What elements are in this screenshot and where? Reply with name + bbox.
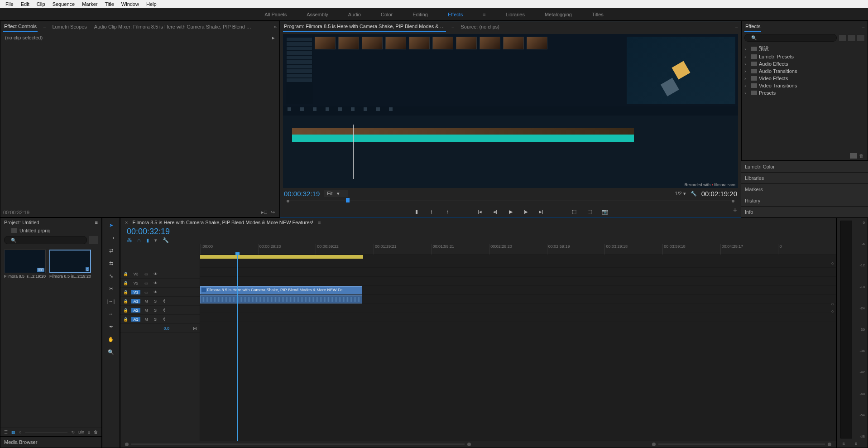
pen-tool[interactable]: ✒ (106, 322, 115, 331)
snap-icon[interactable]: ⁂ (127, 237, 132, 243)
tab-audio-clip-mixer[interactable]: Audio Clip Mixer: Filmora 8.5 is Here wi… (93, 22, 256, 31)
new-bin-icon[interactable] (850, 153, 857, 159)
timeline-tracks[interactable]: :00:0000:00:29:2300:00:59:22 00:01:29:21… (200, 244, 836, 441)
bin-item[interactable]: ▯ Filmora 8.5 is...2:19:20 (49, 250, 91, 279)
menu-marker[interactable]: Marker (78, 0, 101, 8)
ws-audio[interactable]: Audio (347, 10, 362, 19)
bin-item[interactable]: ▯▯▯ Filmora 8.5 is...2:19:20 (4, 250, 46, 279)
goto-out-button[interactable]: ▸| (538, 208, 545, 215)
ws-opts-icon[interactable]: ≡ (482, 10, 486, 19)
fx-video-transitions[interactable]: ›Video Transitions (743, 82, 866, 89)
program-scrubber[interactable] (285, 197, 736, 206)
fx-lumetri-presets[interactable]: ›Lumetri Presets (743, 53, 866, 60)
zoom-select[interactable]: 1/2 ▾ (675, 191, 686, 197)
fx-badge1-icon[interactable] (839, 34, 847, 42)
ws-libraries[interactable]: Libraries (505, 10, 526, 19)
slide-tool[interactable]: ↔ (106, 309, 115, 318)
menu-window[interactable]: Window (118, 0, 143, 8)
extract-button[interactable]: ⬚ (586, 208, 593, 215)
close-seq-icon[interactable]: × (125, 220, 128, 225)
panel-menu-icon[interactable]: ≡ (95, 220, 98, 225)
ws-metalogging[interactable]: Metalogging (544, 10, 573, 19)
icon-view-icon[interactable]: ▦ (11, 430, 15, 434)
meter-solo-labels[interactable]: S S (837, 442, 868, 446)
goto-in-button[interactable]: |◂ (476, 208, 484, 215)
tab-effect-controls[interactable]: Effect Controls (3, 22, 38, 32)
delete-icon[interactable]: 🗑 (859, 153, 864, 159)
sequence-title[interactable]: Filmora 8.5 is Here with Camera Shake, P… (132, 220, 313, 225)
fx-presets[interactable]: ›Presets (743, 89, 866, 96)
ec-out-icon[interactable]: ▸□ (261, 209, 267, 215)
freeform-view-icon[interactable]: ○ (19, 430, 21, 434)
selection-tool[interactable]: ➤ (106, 221, 115, 230)
project-search-go[interactable] (89, 236, 98, 244)
marker-icon[interactable]: ▮ (146, 237, 149, 243)
tab-program[interactable]: Program: Filmora 8.5 is Here with Camera… (283, 22, 446, 32)
settings-icon[interactable]: ▾ (154, 237, 157, 243)
video-clip[interactable]: Filmora 8.5 is Here with Camera Shake, P… (200, 286, 362, 294)
lift-button[interactable]: ⬚ (571, 208, 578, 215)
program-video[interactable]: Recorded with ▪ filmora scrn (283, 34, 738, 188)
hand-tool[interactable]: ✋ (106, 335, 115, 344)
fx-badge3-icon[interactable] (857, 34, 865, 42)
project-search-input[interactable] (4, 236, 87, 244)
out-button[interactable]: } (444, 208, 451, 215)
tab-effects[interactable]: Effects (744, 22, 761, 32)
in-button[interactable]: { (428, 208, 436, 215)
tab-source[interactable]: Source: (no clips) (460, 22, 500, 31)
tab-lumetri-scopes[interactable]: Lumetri Scopes (51, 22, 87, 31)
expand-icon[interactable]: ▸ (272, 35, 275, 41)
audio-clip[interactable] (200, 295, 362, 303)
step-fwd-button[interactable]: |▸ (523, 208, 530, 215)
time-ruler[interactable]: :00:0000:00:29:2300:00:59:22 00:01:29:21… (200, 244, 836, 255)
trash-icon[interactable]: 🗑 (94, 430, 98, 434)
track-v3[interactable]: 🔒V3▭👁 (120, 270, 200, 279)
zoom-tool[interactable]: 🔍 (106, 347, 115, 356)
timeline-timecode[interactable]: 00:00:32:19 (120, 227, 836, 236)
effects-search-input[interactable] (744, 34, 837, 42)
tab-menu-icon[interactable]: ≡ (43, 24, 46, 29)
wrench-icon[interactable]: 🔧 (163, 237, 169, 243)
slip-tool[interactable]: |↔| (106, 297, 115, 306)
add-button-icon[interactable]: + (733, 206, 737, 214)
fx-badge2-icon[interactable] (848, 34, 856, 42)
track-a2[interactable]: 🔒A2MS🎙 (120, 306, 200, 315)
fit-select[interactable]: Fit ▾ (324, 190, 347, 197)
new-item-icon[interactable]: ▯ (88, 430, 90, 434)
playhead[interactable] (237, 255, 238, 441)
track-select-tool[interactable]: ⟶ (106, 233, 115, 242)
track-v2[interactable]: 🔒V2▭👁 (120, 279, 200, 288)
refresh-icon[interactable]: ⟲ (71, 430, 75, 434)
panel-lumetri-color[interactable]: Lumetri Color (741, 161, 868, 172)
panel-libraries[interactable]: Libraries (741, 172, 868, 183)
ws-allpanels[interactable]: All Panels (264, 10, 288, 19)
fx-audio-transitions[interactable]: ›Audio Transitions (743, 67, 866, 75)
ws-effects[interactable]: Effects (447, 10, 464, 19)
panel-history[interactable]: History (741, 195, 868, 206)
rolling-tool[interactable]: ⇆ (106, 259, 115, 268)
link-icon[interactable]: ∩ (137, 237, 141, 243)
wrench-icon[interactable]: 🔧 (691, 191, 697, 197)
menu-edit[interactable]: Edit (17, 0, 33, 8)
overflow-icon[interactable]: » (274, 24, 277, 29)
export-frame-button[interactable]: 📷 (601, 208, 609, 215)
menu-help[interactable]: Help (143, 0, 160, 8)
fx-audio-effects[interactable]: ›Audio Effects (743, 60, 866, 67)
project-title[interactable]: Project: Untitled (4, 220, 39, 225)
track-v1[interactable]: 🔒V1▭👁 (120, 288, 200, 297)
tab-menu-icon[interactable]: ≡ (451, 24, 454, 29)
fx-video-effects[interactable]: ›Video Effects (743, 75, 866, 82)
play-button[interactable]: ▶ (507, 208, 514, 215)
fx-presets-cn[interactable]: ›预设 (743, 44, 866, 53)
work-area-bar[interactable] (200, 255, 363, 259)
ws-assembly[interactable]: Assembly (306, 10, 329, 19)
ws-editing[interactable]: Editing (412, 10, 429, 19)
step-back-button[interactable]: ◂| (492, 208, 499, 215)
list-view-icon[interactable]: ☰ (4, 430, 8, 434)
track-a1[interactable]: 🔒A1MS🎙 (120, 297, 200, 306)
panel-info[interactable]: Info (741, 206, 868, 217)
ripple-tool[interactable]: ⇄ (106, 246, 115, 255)
media-browser-tab[interactable]: Media Browser (0, 436, 101, 448)
seq-menu-icon[interactable]: ≡ (318, 220, 321, 225)
track-a3[interactable]: 🔒A3MS🎙 (120, 315, 200, 324)
